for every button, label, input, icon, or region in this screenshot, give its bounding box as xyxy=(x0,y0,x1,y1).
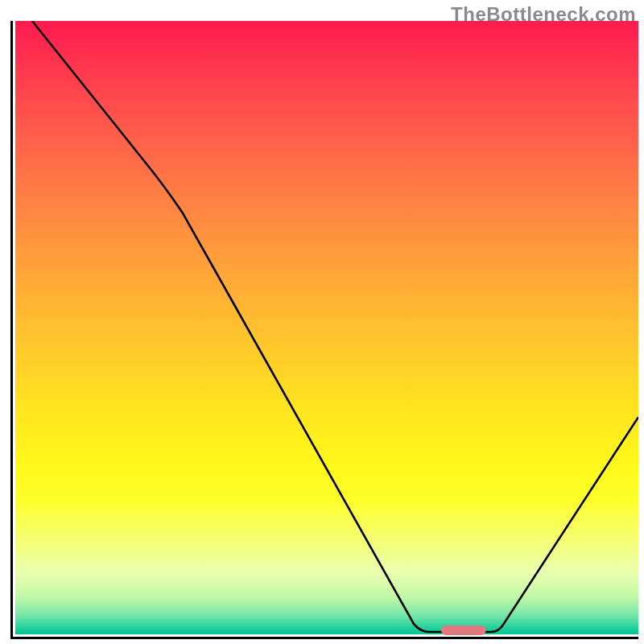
plot-area xyxy=(10,21,638,639)
chart-frame: TheBottleneck.com xyxy=(0,0,644,644)
background-gradient xyxy=(15,21,638,634)
